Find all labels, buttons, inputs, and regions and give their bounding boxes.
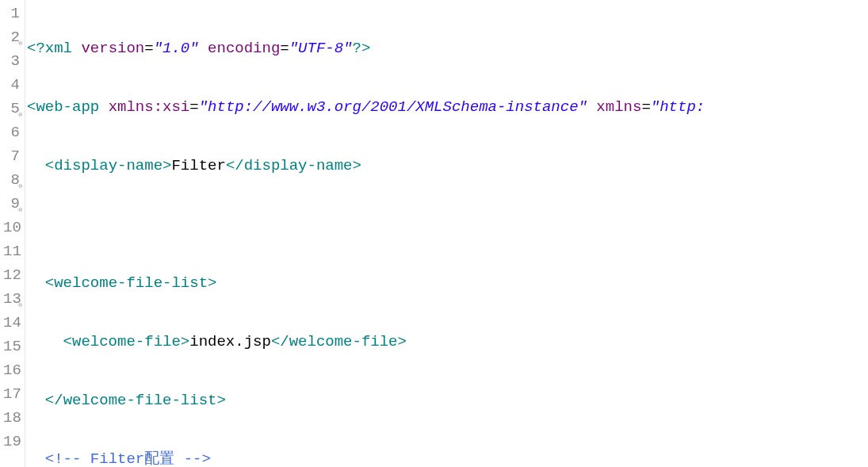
line-number: 13⊖ [3, 287, 20, 311]
code-editor-area[interactable]: <?xml version="1.0" encoding="UTF-8"?> <… [25, 0, 868, 467]
line-number: 11 [3, 239, 20, 263]
line-number: 14 [3, 311, 20, 335]
line-number: 15 [3, 335, 20, 358]
line-number: 12 [3, 263, 20, 287]
line-number: 6 [3, 121, 20, 144]
line-number: 1 [3, 2, 20, 25]
line-number: 16 [3, 358, 20, 382]
code-line[interactable]: <welcome-file-list> [27, 271, 868, 295]
line-number: 10 [3, 216, 20, 239]
line-number: 5⊖ [3, 97, 20, 121]
code-line[interactable]: <web-app xmlns:xsi="http://www.w3.org/20… [27, 95, 868, 119]
code-line[interactable]: <display-name>Filter</display-name> [27, 154, 868, 178]
line-number: 18 [3, 406, 20, 430]
line-number: 8⊖ [3, 168, 20, 192]
code-line[interactable]: </welcome-file-list> [27, 389, 868, 412]
code-line[interactable]: <welcome-file>index.jsp</welcome-file> [27, 330, 868, 354]
code-line[interactable] [27, 212, 868, 236]
line-number: 3 [3, 49, 20, 73]
line-number-gutter: 1 2⊖ 3 4 5⊖ 6 7 8⊖ 9⊖ 10 11 12 13⊖ 14 15… [0, 0, 25, 467]
line-number: 17 [3, 382, 20, 406]
code-line[interactable]: <?xml version="1.0" encoding="UTF-8"?> [27, 36, 868, 60]
code-line[interactable]: <!-- Filter配置 --> [27, 447, 868, 467]
line-number: 7 [3, 144, 20, 168]
line-number: 19 [3, 430, 20, 454]
line-number: 9⊖ [3, 192, 20, 216]
line-number: 4 [3, 73, 20, 97]
line-number: 2⊖ [3, 25, 20, 49]
